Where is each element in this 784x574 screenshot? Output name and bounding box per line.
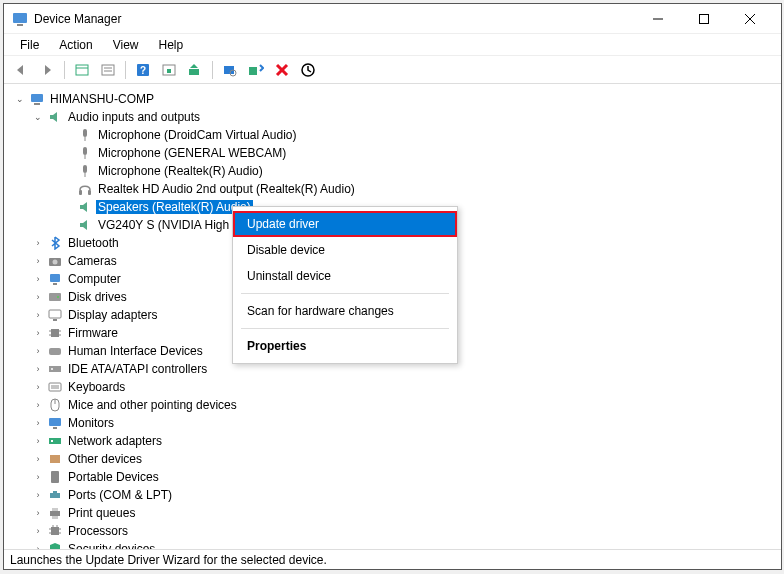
- tree-item-label: Disk drives: [66, 290, 129, 304]
- chevron-right-icon[interactable]: ›: [32, 453, 44, 465]
- tree-category[interactable]: ›Keyboards: [4, 378, 781, 396]
- chevron-right-icon[interactable]: ›: [32, 327, 44, 339]
- svg-rect-55: [49, 438, 61, 444]
- context-uninstall-device[interactable]: Uninstall device: [233, 263, 457, 289]
- svg-rect-31: [88, 190, 91, 195]
- chevron-right-icon[interactable]: ›: [32, 489, 44, 501]
- context-properties[interactable]: Properties: [233, 333, 457, 359]
- chevron-right-icon[interactable]: ›: [32, 471, 44, 483]
- chip-icon: [47, 325, 63, 341]
- chevron-right-icon[interactable]: ›: [32, 435, 44, 447]
- svg-rect-36: [49, 293, 61, 301]
- tree-category[interactable]: ›Ports (COM & LPT): [4, 486, 781, 504]
- monitor-icon: [47, 415, 63, 431]
- tree-item-label: Human Interface Devices: [66, 344, 205, 358]
- svg-rect-59: [50, 493, 60, 498]
- minimize-button[interactable]: [635, 4, 681, 34]
- tree-category[interactable]: ›Monitors: [4, 414, 781, 432]
- chevron-right-icon[interactable]: ›: [32, 237, 44, 249]
- context-disable-device[interactable]: Disable device: [233, 237, 457, 263]
- tree-category[interactable]: ›Other devices: [4, 450, 781, 468]
- svg-rect-0: [13, 13, 27, 23]
- svg-rect-56: [51, 440, 53, 442]
- printer-icon: [47, 505, 63, 521]
- properties-button[interactable]: [97, 59, 119, 81]
- other-icon: [47, 451, 63, 467]
- add-legacy-icon[interactable]: [245, 59, 267, 81]
- tree-category[interactable]: ›Print queues: [4, 504, 781, 522]
- chevron-right-icon[interactable]: ›: [32, 417, 44, 429]
- disable-icon[interactable]: [297, 59, 319, 81]
- chevron-right-icon[interactable]: ›: [32, 255, 44, 267]
- svg-rect-34: [50, 274, 60, 282]
- tree-item-label: Realtek HD Audio 2nd output (Realtek(R) …: [96, 182, 357, 196]
- chevron-right-icon[interactable]: ›: [32, 381, 44, 393]
- tree-category[interactable]: ›Security devices: [4, 540, 781, 549]
- tree-category[interactable]: ›Network adapters: [4, 432, 781, 450]
- close-button[interactable]: [727, 4, 773, 34]
- chevron-right-icon[interactable]: ›: [32, 363, 44, 375]
- portable-icon: [47, 469, 63, 485]
- svg-rect-54: [53, 427, 57, 429]
- chevron-down-icon[interactable]: ⌄: [14, 93, 26, 105]
- port-icon: [47, 487, 63, 503]
- device-manager-window: Device Manager File Action View Help ? ⌄: [3, 3, 782, 570]
- scan-hardware-icon[interactable]: [219, 59, 241, 81]
- titlebar: Device Manager: [4, 4, 781, 34]
- chevron-right-icon[interactable]: ›: [32, 345, 44, 357]
- tree-item-label: Microphone (GENERAL WEBCAM): [96, 146, 288, 160]
- chevron-right-icon[interactable]: ›: [32, 525, 44, 537]
- tree-root[interactable]: ⌄ HIMANSHU-COMP: [4, 90, 781, 108]
- context-update-driver[interactable]: Update driver: [233, 211, 457, 237]
- maximize-button[interactable]: [681, 4, 727, 34]
- chevron-right-icon[interactable]: ›: [32, 291, 44, 303]
- svg-rect-45: [49, 348, 61, 355]
- window-controls: [635, 4, 773, 34]
- svg-rect-14: [167, 69, 171, 73]
- tree-category[interactable]: ›Processors: [4, 522, 781, 540]
- statusbar: Launches the Update Driver Wizard for th…: [4, 549, 781, 569]
- svg-rect-15: [189, 69, 199, 75]
- tree-device[interactable]: Microphone (DroidCam Virtual Audio): [4, 126, 781, 144]
- tree-category[interactable]: ›Portable Devices: [4, 468, 781, 486]
- action-icon[interactable]: [158, 59, 180, 81]
- tree-item-label: Computer: [66, 272, 123, 286]
- menu-action[interactable]: Action: [49, 36, 102, 54]
- chevron-right-icon[interactable]: ›: [32, 507, 44, 519]
- tree-item-label: Bluetooth: [66, 236, 121, 250]
- show-hide-tree-button[interactable]: [71, 59, 93, 81]
- tree-device[interactable]: Realtek HD Audio 2nd output (Realtek(R) …: [4, 180, 781, 198]
- ide-icon: [47, 361, 63, 377]
- back-button[interactable]: [10, 59, 32, 81]
- svg-rect-40: [51, 329, 59, 337]
- help-button[interactable]: ?: [132, 59, 154, 81]
- forward-button[interactable]: [36, 59, 58, 81]
- update-driver-icon[interactable]: [184, 59, 206, 81]
- context-scan-hardware[interactable]: Scan for hardware changes: [233, 298, 457, 324]
- menu-help[interactable]: Help: [149, 36, 194, 54]
- uninstall-icon[interactable]: [271, 59, 293, 81]
- hid-icon: [47, 343, 63, 359]
- speaker-icon: [77, 217, 93, 233]
- tree-device[interactable]: Microphone (Realtek(R) Audio): [4, 162, 781, 180]
- tree-device[interactable]: Microphone (GENERAL WEBCAM): [4, 144, 781, 162]
- tree-category[interactable]: ›Mice and other pointing devices: [4, 396, 781, 414]
- chevron-right-icon[interactable]: ›: [32, 273, 44, 285]
- svg-rect-63: [52, 516, 58, 519]
- menu-separator: [241, 328, 449, 329]
- headphones-icon: [77, 181, 93, 197]
- camera-icon: [47, 253, 63, 269]
- svg-rect-46: [49, 366, 61, 372]
- svg-rect-61: [50, 511, 60, 516]
- chevron-right-icon[interactable]: ›: [32, 309, 44, 321]
- menu-file[interactable]: File: [10, 36, 49, 54]
- chevron-down-icon[interactable]: ⌄: [32, 111, 44, 123]
- tree-category-audio[interactable]: ⌄ Audio inputs and outputs: [4, 108, 781, 126]
- computer-icon: [47, 271, 63, 287]
- tree-item-label: Print queues: [66, 506, 137, 520]
- toolbar-separator: [212, 61, 213, 79]
- computer-icon: [29, 91, 45, 107]
- tree-item-label: Network adapters: [66, 434, 164, 448]
- menu-view[interactable]: View: [103, 36, 149, 54]
- chevron-right-icon[interactable]: ›: [32, 399, 44, 411]
